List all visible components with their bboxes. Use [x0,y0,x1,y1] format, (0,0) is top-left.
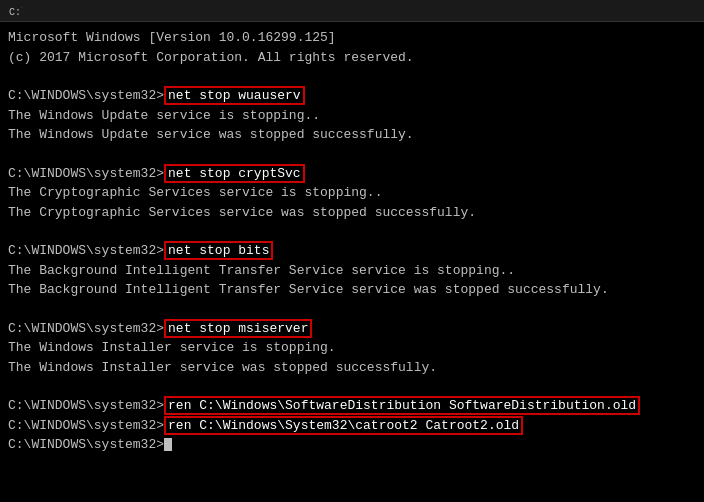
terminal-line: The Windows Installer service is stoppin… [8,338,696,358]
terminal-line: C:\WINDOWS\system32>ren C:\Windows\Syste… [8,416,696,436]
terminal-line: C:\WINDOWS\system32>ren C:\Windows\Softw… [8,396,696,416]
prompt-text: C:\WINDOWS\system32> [8,437,164,452]
command-text: net stop msiserver [164,319,312,338]
cursor [164,438,172,451]
terminal-line: The Cryptographic Services service was s… [8,203,696,223]
terminal-line [8,377,696,396]
command-text: net stop bits [164,241,273,260]
terminal-line: The Background Intelligent Transfer Serv… [8,280,696,300]
prompt-text: C:\WINDOWS\system32> [8,418,164,433]
prompt-text: C:\WINDOWS\system32> [8,243,164,258]
prompt-text: C:\WINDOWS\system32> [8,166,164,181]
terminal-line: C:\WINDOWS\system32>net stop wuauserv [8,86,696,106]
terminal-line: C:\WINDOWS\system32> [8,435,696,455]
terminal-line: The Background Intelligent Transfer Serv… [8,261,696,281]
terminal-line: C:\WINDOWS\system32>net stop msiserver [8,319,696,339]
terminal-line: The Windows Installer service was stoppe… [8,358,696,378]
terminal-line [8,145,696,164]
command-text: ren C:\Windows\System32\catroot2 Catroot… [164,416,523,435]
terminal: Microsoft Windows [Version 10.0.16299.12… [0,22,704,502]
terminal-line: The Windows Update service was stopped s… [8,125,696,145]
terminal-line: The Windows Update service is stopping.. [8,106,696,126]
terminal-line [8,67,696,86]
terminal-line [8,222,696,241]
prompt-text: C:\WINDOWS\system32> [8,398,164,413]
prompt-text: C:\WINDOWS\system32> [8,88,164,103]
terminal-line [8,300,696,319]
terminal-line: Microsoft Windows [Version 10.0.16299.12… [8,28,696,48]
terminal-line: C:\WINDOWS\system32>net stop bits [8,241,696,261]
command-text: ren C:\Windows\SoftwareDistribution Soft… [164,396,640,415]
terminal-line: C:\WINDOWS\system32>net stop cryptSvc [8,164,696,184]
terminal-line: (c) 2017 Microsoft Corporation. All righ… [8,48,696,68]
command-text: net stop wuauserv [164,86,305,105]
prompt-text: C:\WINDOWS\system32> [8,321,164,336]
terminal-line: The Cryptographic Services service is st… [8,183,696,203]
title-bar: C:\ [0,0,704,22]
command-text: net stop cryptSvc [164,164,305,183]
cmd-icon: C:\ [8,4,22,18]
svg-text:C:\: C:\ [9,7,22,18]
